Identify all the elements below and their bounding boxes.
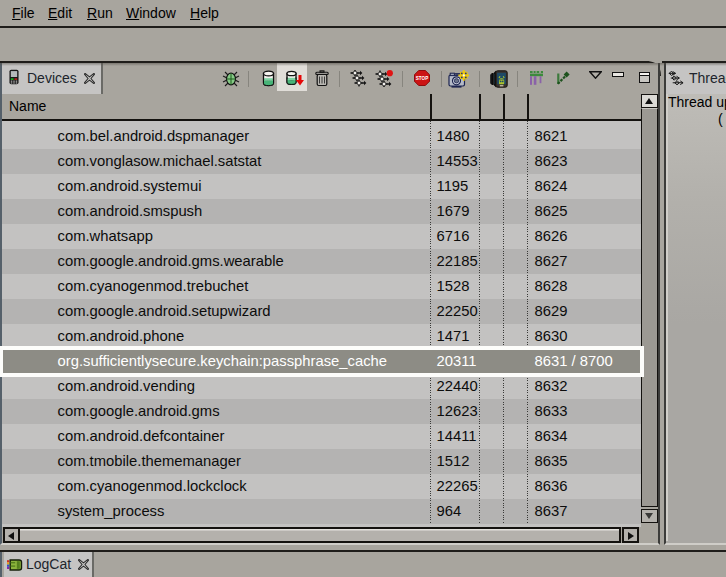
- svg-text:STOP: STOP: [416, 76, 428, 81]
